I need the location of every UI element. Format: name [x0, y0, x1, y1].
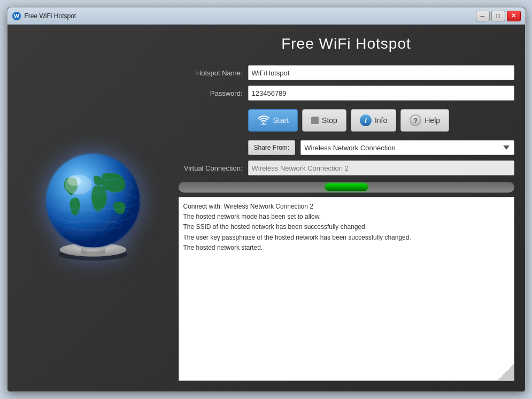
virtual-connection-row: Virtual Connection:	[179, 160, 514, 175]
log-line: Connect with: Wireless Network Connectio…	[183, 202, 510, 212]
left-panel	[18, 35, 168, 381]
action-buttons: Start Stop i Info ? Help	[248, 109, 514, 132]
svg-text:W: W	[14, 13, 19, 19]
close-button[interactable]: ✕	[507, 11, 521, 21]
share-from-button[interactable]: Share From:	[248, 140, 296, 155]
progress-fill	[325, 183, 368, 191]
hotspot-name-label: Hotspot Name:	[179, 69, 243, 77]
info-icon: i	[360, 114, 372, 126]
virtual-connection-label: Virtual Connection:	[179, 164, 243, 172]
form-section: Hotspot Name: Password:	[179, 65, 514, 101]
start-label: Start	[273, 116, 289, 125]
start-button[interactable]: Start	[248, 109, 298, 132]
title-bar: W Free WiFi Hotspot ─ □ ✕	[7, 7, 525, 25]
hotspot-name-input[interactable]	[248, 65, 514, 80]
log-section: Connect with: Wireless Network Connectio…	[179, 182, 514, 381]
log-line: The hosted network mode has been set to …	[183, 212, 510, 222]
hotspot-name-row: Hotspot Name:	[179, 65, 514, 80]
title-bar-left: W Free WiFi Hotspot	[12, 11, 76, 21]
stop-icon	[311, 117, 319, 124]
wifi-signal-icon	[257, 116, 270, 125]
stop-button[interactable]: Stop	[302, 109, 346, 132]
progress-bar	[179, 182, 514, 193]
share-from-row: Share From: Wireless Network Connection …	[179, 140, 514, 155]
right-panel: Free WiFi Hotspot Hotspot Name: Password…	[179, 35, 514, 381]
main-content: Free WiFi Hotspot Hotspot Name: Password…	[7, 25, 525, 392]
password-row: Password:	[179, 86, 514, 101]
app-title: Free WiFi Hotspot	[179, 35, 514, 52]
window-title: Free WiFi Hotspot	[25, 12, 76, 20]
window-controls: ─ □ ✕	[476, 11, 521, 21]
minimize-button[interactable]: ─	[476, 11, 490, 21]
info-label: Info	[375, 116, 387, 125]
share-from-dropdown[interactable]: Wireless Network Connection Local Area C…	[300, 140, 514, 155]
password-label: Password:	[179, 89, 243, 97]
globe-container	[26, 133, 160, 283]
help-icon: ?	[410, 114, 421, 126]
help-label: Help	[425, 116, 440, 125]
stop-label: Stop	[322, 116, 337, 125]
svg-point-13	[67, 176, 81, 186]
maximize-button[interactable]: □	[491, 11, 505, 21]
password-input[interactable]	[248, 86, 514, 101]
globe-icon	[34, 149, 152, 267]
virtual-connection-input	[248, 160, 514, 175]
log-output[interactable]: Connect with: Wireless Network Connectio…	[179, 197, 514, 381]
app-icon: W	[12, 11, 21, 21]
main-window: W Free WiFi Hotspot ─ □ ✕	[7, 7, 526, 392]
info-button[interactable]: i Info	[351, 109, 396, 132]
log-line: The SSID of the hosted network has been …	[183, 222, 510, 232]
log-line: The user key passphrase of the hosted ne…	[183, 233, 510, 243]
log-line: The hosted network started.	[183, 243, 510, 253]
help-button[interactable]: ? Help	[400, 109, 449, 132]
